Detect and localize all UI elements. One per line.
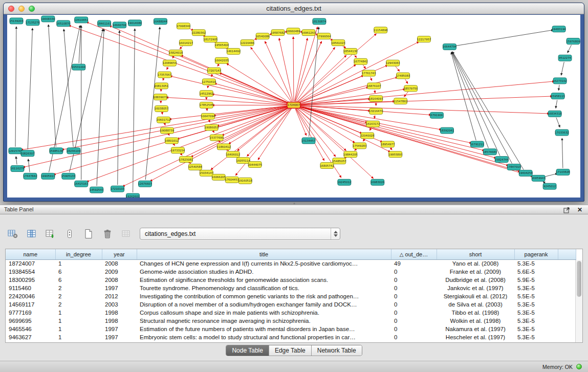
network-node[interactable]: 17604453 [225, 177, 239, 183]
column-header-name[interactable]: name [6, 249, 55, 259]
citation-edge-black[interactable] [453, 30, 553, 47]
citation-edge-black[interactable] [79, 26, 81, 63]
network-node[interactable]: 15485057 [332, 158, 346, 164]
citation-edge-black[interactable] [28, 159, 30, 172]
citation-edge-red[interactable] [279, 38, 293, 101]
zoom-window-button[interactable] [29, 6, 35, 12]
citation-edge-red[interactable] [174, 144, 175, 146]
citation-edge-red[interactable] [374, 115, 375, 118]
network-node[interactable]: 17033632 [555, 129, 569, 136]
table-row[interactable]: 946362711997Embryonic stem cells: a mode… [6, 333, 576, 341]
citation-edge-red[interactable] [298, 96, 552, 105]
citation-edge-red[interactable] [235, 108, 291, 176]
network-node[interactable]: 19483194 [552, 26, 566, 32]
network-node[interactable]: 17998340 [177, 23, 191, 29]
network-node[interactable]: 14660704 [113, 22, 127, 28]
network-node[interactable]: 19262601 [126, 193, 140, 198]
network-node[interactable]: 16983026 [371, 179, 385, 185]
citation-edge-black[interactable] [145, 27, 160, 180]
column-header-out-de-[interactable]: △out_de… [391, 249, 437, 259]
network-node[interactable]: 16116278 [10, 166, 25, 172]
network-node[interactable]: 18839072 [154, 94, 167, 100]
network-node[interactable]: 19014080 [128, 20, 142, 26]
citation-edge-red[interactable] [213, 106, 290, 116]
citation-edge-red[interactable] [298, 89, 405, 104]
citation-edge-red[interactable] [229, 107, 290, 144]
citation-edge-red[interactable] [227, 63, 291, 103]
network-node[interactable]: 17485083 [396, 73, 410, 79]
citation-edge-red[interactable] [298, 106, 496, 158]
network-node[interactable]: 12943083 [386, 60, 400, 66]
network-node[interactable]: 15824018 [169, 50, 183, 56]
network-node[interactable]: 15985138 [49, 148, 63, 154]
network-node[interactable]: 16961263 [301, 30, 315, 36]
network-node[interactable]: 17549283 [353, 143, 366, 149]
network-node[interactable]: 20444075 [248, 162, 262, 168]
citation-edge-red[interactable] [219, 141, 220, 142]
citation-edge-red[interactable] [295, 38, 308, 101]
network-node[interactable]: 20826307 [20, 150, 34, 157]
citation-edge-red[interactable] [251, 47, 292, 102]
citation-edge-red[interactable] [297, 108, 346, 151]
network-node[interactable]: 18544130 [343, 48, 358, 54]
citation-edge-red[interactable] [213, 131, 214, 133]
table-row[interactable]: 1872400712008Changes of HCN gene express… [6, 259, 576, 268]
network-node[interactable]: 17103828 [556, 169, 570, 175]
network-node[interactable]: 12676607 [138, 181, 152, 187]
network-node[interactable]: 11154898 [374, 27, 388, 33]
citation-edge-red[interactable] [298, 81, 554, 105]
citation-edge-red[interactable] [353, 54, 357, 58]
network-node[interactable]: 16801012 [165, 138, 179, 144]
citation-edge-red[interactable] [180, 46, 183, 49]
network-node[interactable]: 17357067 [158, 72, 171, 78]
table-row[interactable]: 2242004622012Investigating the contribut… [6, 292, 576, 300]
network-node[interactable]: 16415163 [74, 181, 88, 187]
network-node[interactable]: 17135278 [26, 19, 40, 26]
tab-node-table[interactable]: Node Table [226, 345, 269, 356]
new-row-button[interactable] [82, 227, 95, 240]
citation-edge-black[interactable] [133, 29, 135, 192]
network-node[interactable]: 20601712 [157, 117, 170, 123]
network-node[interactable]: 16510870 [56, 20, 71, 27]
network-node[interactable]: 10647094 [201, 113, 215, 119]
citation-edge-black[interactable] [559, 85, 559, 91]
table-row[interactable]: 969969511998Structural magnetic resonanc… [6, 317, 576, 325]
network-node[interactable]: 16163172 [366, 121, 380, 127]
network-node[interactable]: 9245012 [543, 183, 556, 189]
window-titlebar[interactable]: citations_edges.txt [4, 3, 584, 14]
table-row[interactable]: 1830029562008Estimation of significance … [6, 276, 576, 284]
network-node[interactable]: 22040028 [360, 133, 375, 139]
column-header-pagerank[interactable]: pagerank [514, 249, 558, 259]
table-row[interactable]: 946554611997Estimation of the future num… [6, 325, 576, 333]
citation-edge-red[interactable] [165, 124, 165, 125]
network-node[interactable]: 19565404 [215, 42, 229, 49]
citation-edge-red[interactable] [222, 107, 290, 136]
network-node[interactable]: 12750419 [202, 79, 216, 85]
network-node[interactable]: 16014217 [179, 40, 193, 46]
citation-edge-black[interactable] [556, 100, 557, 108]
network-node[interactable]: 22280362 [192, 30, 206, 36]
network-node[interactable]: 19587682 [271, 30, 285, 36]
network-node[interactable]: 19086053 [205, 124, 219, 130]
network-node[interactable]: 16876107 [367, 83, 381, 89]
network-node[interactable]: 19245012 [337, 179, 351, 185]
column-header-short[interactable]: short [437, 249, 514, 259]
network-node[interactable]: 15976809 [566, 38, 580, 45]
delete-button[interactable] [101, 227, 114, 240]
network-node[interactable]: 14614492 [227, 48, 241, 54]
tab-edge-table[interactable]: Edge Table [269, 345, 312, 356]
citation-edge-red[interactable] [295, 27, 317, 101]
network-node[interactable]: 16273102 [553, 78, 567, 84]
citation-edge-red[interactable] [297, 55, 346, 102]
minimize-window-button[interactable] [18, 6, 25, 12]
network-node[interactable]: 19844205 [343, 151, 357, 158]
citation-edge-red[interactable] [405, 79, 408, 84]
network-node[interactable]: 17823081 [179, 157, 193, 163]
network-node[interactable]: 18172905 [204, 36, 217, 42]
citation-edge-black[interactable] [561, 62, 564, 75]
network-node[interactable]: 11860412 [217, 144, 231, 150]
network-node[interactable]: 16488044 [154, 18, 168, 25]
network-node[interactable]: 15958113 [551, 93, 564, 99]
network-node[interactable]: 12220486 [240, 40, 254, 46]
network-node[interactable]: 19955893 [388, 151, 402, 158]
